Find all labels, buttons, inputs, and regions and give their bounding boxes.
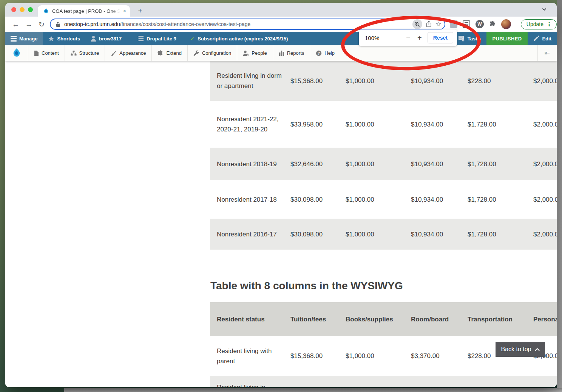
subscription-label: Subscription active (expires 2024/9/15) <box>198 36 288 42</box>
profile-avatar[interactable] <box>501 19 511 29</box>
row-label: Resident living in dorm or apartment <box>210 71 284 91</box>
admin-manage-button[interactable]: Manage <box>5 32 43 45</box>
extend-label: Extend <box>166 50 181 56</box>
fullscreen-window-button[interactable] <box>28 7 33 12</box>
close-window-button[interactable] <box>11 7 16 12</box>
hamburger-icon <box>11 36 17 42</box>
wave-extension-icon[interactable]: W <box>476 20 484 28</box>
reading-list-icon[interactable] <box>463 20 470 28</box>
zoom-reset-button[interactable]: Reset <box>428 32 453 43</box>
bar-chart-icon <box>279 50 284 56</box>
zoom-out-button[interactable]: − <box>403 32 414 43</box>
back-button[interactable]: ← <box>12 21 19 28</box>
browser-window: COA test page | PROD - One St × + ← → ↻ … <box>5 3 557 387</box>
configuration-label: Configuration <box>202 50 231 56</box>
browser-toolbar: ← → ↻ onestop-tc.prd.umn.edu/finances/co… <box>5 17 557 32</box>
zoom-in-button[interactable]: + <box>414 32 425 43</box>
drupal-logo-icon[interactable] <box>5 45 28 61</box>
table-row: Resident living in <box>210 376 557 387</box>
admin-edit-button[interactable]: Edit <box>528 32 557 45</box>
table-row: Nonresident 2018-19 $32,646.00 $1,000.00… <box>210 148 557 180</box>
zoom-level-text: 100% <box>365 35 403 41</box>
document-icon <box>34 50 39 56</box>
published-badge: PUBLISHED <box>486 32 528 45</box>
menu-item-appearance[interactable]: Appearance <box>105 45 152 61</box>
server-icon <box>137 35 144 42</box>
section-heading: Table with 8 columns in the WYSIWYG <box>210 280 403 292</box>
column-header: Personal <box>526 314 557 324</box>
pencil-icon <box>533 35 539 42</box>
column-header: Room/board <box>404 314 461 324</box>
admin-user-button[interactable]: brow3817 <box>85 32 127 45</box>
background-window-edge <box>557 0 562 392</box>
admin-tasks-button[interactable]: Tasks <box>453 32 486 45</box>
sitemap-icon <box>71 50 77 56</box>
row-label: Nonresident 2016-17 <box>210 229 284 239</box>
row-label: Resident living with parent <box>210 346 284 366</box>
edit-label: Edit <box>542 36 551 42</box>
help-label: Help <box>324 50 335 56</box>
url-domain: onestop-tc.prd.umn.edu <box>64 21 120 27</box>
puzzle-icon <box>157 50 164 56</box>
page-content: Resident living in dorm or apartment $15… <box>5 61 557 387</box>
new-tab-button[interactable]: + <box>135 6 145 16</box>
address-bar[interactable]: onestop-tc.prd.umn.edu/finances/costs/co… <box>50 19 445 30</box>
menu-item-people[interactable]: People <box>237 45 273 61</box>
back-to-top-button[interactable]: Back to top <box>496 342 545 357</box>
share-icon[interactable] <box>426 21 432 28</box>
shortcuts-label: Shortcuts <box>57 36 80 42</box>
tasks-label: Tasks <box>468 36 481 42</box>
username-label: brow3817 <box>99 36 122 42</box>
lock-icon[interactable] <box>56 22 60 27</box>
svg-text:?: ? <box>318 51 320 55</box>
extension-icon[interactable] <box>450 20 457 28</box>
column-header: Transportation <box>461 314 526 324</box>
table-row: Nonresident 2021-22, 2020-21, 2019-20 $3… <box>210 101 557 148</box>
chrome-update-button[interactable]: Update ⋮ <box>521 19 557 29</box>
minimize-window-button[interactable] <box>20 7 25 12</box>
menu-item-help[interactable]: ? Help <box>310 45 340 61</box>
tab-strip: COA test page | PROD - One St × + <box>5 3 557 17</box>
table-header-row: Resident status Tuition/fees Books/suppl… <box>210 302 557 336</box>
tab-search-chevron-icon[interactable] <box>542 7 547 12</box>
puzzle-extensions-icon[interactable] <box>489 21 496 28</box>
kebab-menu-icon[interactable]: ⋮ <box>547 21 552 27</box>
drupal-admin-bar: Manage Shortcuts brow3817 Drupal Lite 9 … <box>5 32 557 45</box>
subscription-status: ✓ Subscription active (expires 2024/9/15… <box>185 32 293 45</box>
structure-label: Structure <box>79 50 99 56</box>
zoom-indicator-icon[interactable] <box>412 19 422 29</box>
menu-item-extend[interactable]: Extend <box>152 45 187 61</box>
table-row: Resident living in dorm or apartment $15… <box>210 61 557 101</box>
admin-environment-button[interactable]: Drupal Lite 9 <box>132 32 182 45</box>
column-header: Tuition/fees <box>284 314 339 324</box>
admin-shortcuts-button[interactable]: Shortcuts <box>43 32 85 45</box>
menu-item-structure[interactable]: Structure <box>65 45 105 61</box>
toolbar-collapse-icon[interactable]: ⇤ <box>537 45 557 61</box>
row-label: Resident living in <box>210 376 284 387</box>
menu-item-content[interactable]: Content <box>28 45 65 61</box>
zoom-popup: 100% − + Reset <box>359 29 457 46</box>
row-label: Nonresident 2018-19 <box>210 159 284 169</box>
bookmark-star-icon[interactable]: ☆ <box>435 20 442 28</box>
tab-close-icon[interactable]: × <box>123 8 126 14</box>
url-text[interactable]: onestop-tc.prd.umn.edu/finances/costs/co… <box>64 21 409 27</box>
menu-item-configuration[interactable]: Configuration <box>188 45 237 61</box>
row-label: Nonresident 2017-18 <box>210 194 284 205</box>
appearance-label: Appearance <box>119 50 146 56</box>
column-header: Books/supplies <box>339 314 404 324</box>
help-icon: ? <box>316 50 322 56</box>
forward-button[interactable]: → <box>25 21 32 28</box>
menu-item-reports[interactable]: Reports <box>273 45 310 61</box>
extensions-area: W Update ⋮ <box>445 19 557 29</box>
drupal-favicon-icon <box>43 8 49 14</box>
tasks-icon <box>458 35 465 42</box>
update-label: Update <box>526 21 543 27</box>
environment-label: Drupal Lite 9 <box>147 36 176 42</box>
url-path: /finances/costs/cost-attendance-overview… <box>120 21 251 27</box>
wrench-icon <box>193 50 199 56</box>
tab-title: COA test page | PROD - One St <box>52 8 120 14</box>
manage-label: Manage <box>19 36 37 42</box>
browser-tab[interactable]: COA test page | PROD - One St × <box>38 5 130 17</box>
back-to-top-label: Back to top <box>501 346 531 353</box>
reload-button[interactable]: ↻ <box>39 21 45 28</box>
